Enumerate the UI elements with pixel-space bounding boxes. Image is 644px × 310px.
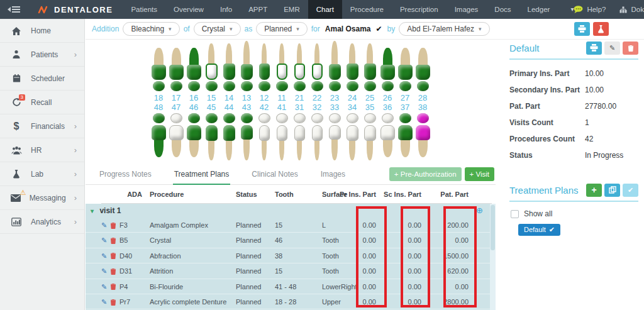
- sidebar-item-recall[interactable]: 3Recall: [0, 91, 84, 114]
- tooth-38[interactable]: 38: [414, 102, 431, 160]
- cell-status: Planned: [236, 279, 275, 294]
- tooth-41[interactable]: 41: [274, 102, 291, 160]
- copy-plan-button[interactable]: [604, 184, 620, 197]
- nav-item-appt[interactable]: APPT: [240, 0, 275, 19]
- edit-icon[interactable]: ✎: [101, 218, 107, 233]
- edit-icon[interactable]: ✎: [101, 279, 107, 294]
- sidebar-item-lab[interactable]: Lab›: [0, 162, 84, 186]
- tooth-46[interactable]: 46: [186, 102, 203, 160]
- tooth-12[interactable]: 12: [256, 41, 273, 102]
- sidebar-item-analytics[interactable]: Analytics›: [0, 210, 84, 234]
- sidebar-item-label: Home: [31, 26, 51, 35]
- add-visit-button[interactable]: + Visit: [465, 167, 494, 181]
- nav-item-docs[interactable]: Docs: [486, 0, 519, 19]
- procedure-dropdown[interactable]: Bleaching▾: [123, 22, 179, 36]
- edit-icon[interactable]: ✎: [101, 294, 107, 309]
- tooth-31[interactable]: 31: [291, 102, 308, 160]
- tooth-17[interactable]: 17: [168, 41, 185, 102]
- sidebar-item-financials[interactable]: $Financials›: [0, 114, 84, 138]
- tab-progress-notes[interactable]: Progress Notes: [98, 164, 153, 185]
- nav-item-chart[interactable]: Chart: [308, 0, 342, 19]
- edit-icon[interactable]: ✎: [101, 233, 107, 248]
- sidebar-item-scheduler[interactable]: Scheduler: [0, 67, 84, 91]
- tooth-22[interactable]: 22: [309, 41, 326, 102]
- nav-item-procedure[interactable]: Procedure: [342, 0, 392, 19]
- sidebar-item-hr[interactable]: HR›: [0, 138, 84, 162]
- tooth-47[interactable]: 47: [168, 102, 185, 160]
- app-logo[interactable]: DENTALORE: [38, 5, 113, 14]
- table-scrollbar[interactable]: [490, 204, 496, 310]
- plan-delete-button[interactable]: [623, 42, 638, 55]
- tooth-43[interactable]: 43: [238, 102, 255, 160]
- sidebar-collapse-icon[interactable]: [0, 5, 26, 14]
- table-row: ✎F3Amalgam ComplexPlanned15L0.000.00200.…: [86, 218, 496, 233]
- tab-clinical-notes[interactable]: Clinical Notes: [250, 164, 299, 185]
- nav-item-emr[interactable]: EMR: [275, 0, 308, 19]
- tooth-13[interactable]: 13: [238, 41, 255, 102]
- row-actions: ✎: [86, 263, 116, 279]
- tooth-36[interactable]: 36: [379, 102, 396, 160]
- tooth-33[interactable]: 33: [326, 102, 343, 160]
- provider-dropdown[interactable]: Abd El-7alem Hafez▾: [399, 22, 489, 36]
- tooth-23[interactable]: 23: [326, 41, 343, 102]
- tooth-27[interactable]: 27: [397, 41, 414, 102]
- tooth-14[interactable]: 14: [221, 41, 238, 102]
- clinic-menu[interactable]: Dokki: [619, 6, 644, 13]
- tooth-occlusal-view: [276, 113, 288, 123]
- tooth-26[interactable]: 26: [379, 41, 396, 102]
- visit-collapse-caret-icon[interactable]: ▾: [91, 208, 94, 214]
- default-plan-badge[interactable]: Default ✔: [518, 224, 560, 236]
- row-actions: ✎: [86, 294, 116, 309]
- check-icon[interactable]: ✔: [376, 25, 382, 33]
- add-procedure-to-visit-icon[interactable]: ⊕: [476, 204, 483, 218]
- print-button[interactable]: [574, 22, 590, 36]
- tooth-15[interactable]: 15: [203, 41, 220, 102]
- nav-item-overview[interactable]: Overview: [165, 0, 212, 19]
- material-dropdown[interactable]: Crystal▾: [194, 22, 241, 36]
- confirm-plan-button[interactable]: ✔: [623, 184, 638, 197]
- flask-icon: [597, 25, 604, 33]
- tooth-45[interactable]: 45: [203, 102, 220, 160]
- tooth-35[interactable]: 35: [362, 102, 379, 160]
- tooth-25[interactable]: 25: [362, 41, 379, 102]
- tooth-21[interactable]: 21: [291, 41, 308, 102]
- help-menu[interactable]: Help?: [574, 6, 606, 14]
- tooth-44[interactable]: 44: [221, 102, 238, 160]
- tooth-34[interactable]: 34: [344, 102, 361, 160]
- col-header-ada: ADA: [116, 191, 145, 198]
- sidebar-item-messaging[interactable]: ⚠Messaging›: [0, 186, 84, 210]
- tab-treatment-plans[interactable]: Treatment Plans: [173, 164, 231, 185]
- tooth-37[interactable]: 37: [397, 102, 414, 160]
- lab-order-button[interactable]: [593, 22, 609, 36]
- show-all-checkbox[interactable]: [511, 210, 519, 218]
- plan-print-button[interactable]: [586, 42, 602, 55]
- scrollbar-thumb[interactable]: [491, 205, 495, 250]
- pre-authorization-button[interactable]: + Pre-Authorization: [389, 167, 462, 181]
- sidebar-item-home[interactable]: Home: [0, 19, 84, 43]
- tooth-11[interactable]: 11: [274, 41, 291, 102]
- tooth-side-view: [294, 125, 305, 160]
- cell-pat-part: 2800.00: [443, 294, 469, 309]
- tooth-number: 17: [172, 93, 180, 102]
- sidebar-item-patients[interactable]: Patients›: [0, 43, 84, 67]
- plan-edit-button[interactable]: ✎: [604, 42, 620, 55]
- edit-icon[interactable]: ✎: [101, 263, 107, 279]
- add-plan-button[interactable]: +: [586, 184, 602, 197]
- nav-item-images[interactable]: Images: [447, 0, 487, 19]
- tab-images[interactable]: Images: [319, 164, 347, 185]
- tooth-32[interactable]: 32: [309, 102, 326, 160]
- tooth-28[interactable]: 28: [414, 41, 431, 102]
- nav-item-ledger[interactable]: Ledger: [519, 0, 558, 19]
- edit-icon[interactable]: ✎: [101, 248, 107, 263]
- tooth-24[interactable]: 24: [344, 41, 361, 102]
- tooth-18[interactable]: 18: [150, 41, 167, 102]
- nav-item-patients[interactable]: Patients: [123, 0, 165, 19]
- dental-chart: 18171615141312112122232425262728 4847464…: [86, 40, 496, 164]
- nav-item-info[interactable]: Info: [212, 0, 240, 19]
- tooth-48[interactable]: 48: [150, 102, 167, 160]
- status-dropdown[interactable]: Planned▾: [256, 22, 308, 36]
- tooth-16[interactable]: 16: [186, 41, 203, 102]
- tooth-42[interactable]: 42: [256, 102, 273, 160]
- nav-item-prescription[interactable]: Prescription: [392, 0, 447, 19]
- tooth-crown: [312, 125, 323, 141]
